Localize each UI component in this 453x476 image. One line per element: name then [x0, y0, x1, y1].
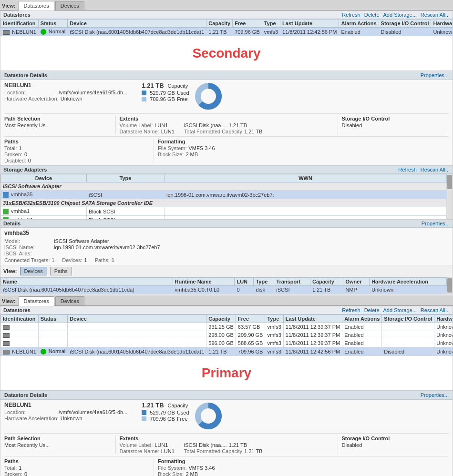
bt-row-hw: Unknown [370, 286, 447, 294]
table-row[interactable]: 298.00 GB 209.90 GB vmfs3 11/8/2011 12:3… [1, 331, 453, 339]
tab-datastores-secondary[interactable]: Datastores [19, 1, 54, 10]
secondary-view-devices-btn[interactable]: Devices [20, 267, 47, 275]
p-col-io: Storage I/O Control [382, 315, 434, 323]
disk-icon [3, 30, 10, 35]
p-row4-type: vmfs3 [265, 347, 283, 356]
p-row3-update: 11/8/2011 12:39:37 PM [283, 339, 342, 347]
disk-icon-p1 [3, 325, 10, 330]
p-vol-val: LUN1 [154, 442, 168, 448]
p-row2-alarm: Enabled [342, 331, 382, 339]
vmhba1-wwn [165, 207, 447, 216]
p-row2-id [1, 331, 39, 339]
p-row4-update: 11/8/2011 12:42:56 PM [283, 347, 342, 356]
col-alarm-actions: Alarm Actions [339, 20, 379, 28]
table-row[interactable]: NEBLUN1 Normal iSCSI Disk (naa.6001405fd… [1, 28, 453, 36]
sata-header-row: 31xESB/632xESB/3100 Chipset SATA Storage… [1, 199, 447, 207]
p-row2-status [38, 331, 68, 339]
p-ds-name-lbl: Datastore Name: [120, 448, 159, 454]
p-fs-lbl: File System: [158, 465, 187, 471]
secondary-details2-properties[interactable]: Properties... [422, 221, 450, 226]
row-type: vmfs3 [262, 28, 280, 36]
row-last-update: 11/8/2011 12:42:56 PM [280, 28, 339, 36]
disabled-val: 0 [28, 158, 31, 163]
p-row4-id: NEBLUN1 [1, 347, 39, 356]
bt-row-capacity: 1.21 TB [310, 286, 343, 294]
adapter-icon2 [3, 209, 9, 214]
vol-label-lbl: Volume Label: [120, 122, 153, 128]
used-label: Used [177, 90, 189, 96]
secondary-details-properties[interactable]: Properties... [421, 72, 449, 78]
p-row2-io [382, 331, 434, 339]
paths2-val: 1 [112, 257, 114, 263]
secondary-add-storage-btn[interactable]: Add Storage... [383, 12, 417, 18]
p-row3-alarm: Enabled [342, 339, 382, 347]
broken-val: 0 [24, 152, 27, 157]
p-row4-hw: Unknown [434, 347, 453, 356]
p-col-status: Status [38, 315, 68, 323]
adapter-row-vmhba1[interactable]: vmhba1 Block SCSI [1, 207, 447, 216]
storage-io-value: Disabled [342, 122, 449, 128]
secondary-delete-btn[interactable]: Delete [364, 12, 380, 18]
p-row3-id [1, 339, 39, 347]
p-hw-lbl: Hardware Acceleration: [4, 415, 59, 421]
secondary-rescan-btn[interactable]: Rescan All... [421, 12, 450, 18]
vmhba1-type: Block SCSI [86, 207, 164, 216]
primary-details-properties[interactable]: Properties... [421, 392, 449, 398]
bottom-scrollbar[interactable] [447, 277, 453, 294]
used-dot [142, 91, 146, 95]
paths2-lbl: Paths: [95, 257, 110, 263]
p-path-sel-title: Path Selection [4, 435, 112, 441]
vmhba35-type: iSCSI [86, 191, 164, 199]
p-broken-val: 0 [24, 471, 27, 476]
primary-refresh-btn[interactable]: Refresh [342, 307, 360, 313]
secondary-adapters-rescan[interactable]: Rescan All... [421, 167, 450, 172]
scroll-thumb [447, 175, 452, 189]
secondary-view-paths-btn[interactable]: Paths [50, 267, 72, 275]
conn-targets-lbl: Connected Targets: [4, 257, 50, 263]
adapter-row-vmhba35[interactable]: vmhba35 iSCSI iqn.1998-01.com.vmware:itv… [1, 191, 447, 199]
table-row[interactable]: 596.00 GB 588.65 GB vmfs3 11/8/2011 12:3… [1, 339, 453, 347]
p-row2-update: 11/8/2011 12:39:37 PM [283, 331, 342, 339]
vmhba34-name: vmhba34 [1, 216, 87, 219]
path-selection-title: Path Selection [4, 116, 112, 122]
iscsi-name-lbl: iSCSI Name: [4, 244, 52, 250]
capacity-value: 1.21 TB [142, 82, 164, 89]
free-value: 709.96 GB [150, 96, 175, 102]
adapter-scrollbar[interactable] [447, 174, 453, 219]
p-paths-title: Paths [4, 458, 150, 464]
tab-datastores-primary[interactable]: Datastores [19, 296, 54, 306]
primary-delete-btn[interactable]: Delete [364, 307, 380, 313]
primary-add-storage-btn[interactable]: Add Storage... [383, 307, 417, 313]
vmhba34-type: Block SCSI [86, 216, 164, 219]
table-row[interactable]: 931.25 GB 63.57 GB vmfs3 11/8/2011 12:39… [1, 323, 453, 331]
col-device: Device [68, 20, 206, 28]
table-row[interactable]: NEBLUN1 Normal iSCSI Disk (naa.6001405fd… [1, 347, 453, 356]
secondary-details2-title: Details [3, 221, 21, 226]
vmhba1-name: vmhba1 [1, 207, 87, 216]
p-row3-type: vmfs3 [265, 339, 283, 347]
p-row4-alarm: Enabled [342, 347, 382, 356]
p-row1-update: 11/8/2011 12:39:37 PM [283, 323, 342, 331]
disk-icon-p4 [3, 350, 10, 354]
tab-devices-primary[interactable]: Devices [55, 296, 84, 305]
p-used-val: 529.79 GB [150, 410, 175, 415]
p-row3-free: 588.65 GB [236, 339, 265, 347]
p-total-fmt-val: 1.21 TB [244, 448, 262, 454]
p-row4-cap: 1.21 TB [206, 347, 236, 356]
primary-details-title: Datastore Details [4, 392, 47, 398]
secondary-ds-name: NEBLUN1 [4, 82, 127, 89]
row-alarm: Enabled [339, 28, 379, 36]
tab-devices-secondary[interactable]: Devices [55, 1, 84, 10]
p-location-val: /vmfs/volumes/4ea616f5-db... [59, 409, 127, 415]
adapter-row-vmhba34[interactable]: vmhba34 Block SCSI [1, 216, 447, 219]
table-row[interactable]: iSCSI Disk (naa.6001405fdb6b407dce8ad3de… [1, 286, 447, 294]
primary-rescan-btn[interactable]: Rescan All... [421, 307, 450, 313]
secondary-adapters-refresh[interactable]: Refresh [398, 167, 417, 172]
iscsi-alias-lbl: iSCSI Alias: [4, 251, 52, 256]
adapter-col-device: Device [1, 174, 87, 182]
secondary-label: Secondary [0, 36, 453, 71]
p-used-lbl: Used [177, 410, 189, 415]
p-row2-hw: Unknown [434, 331, 453, 339]
p-block-val: 2 MB [185, 471, 198, 476]
secondary-refresh-btn[interactable]: Refresh [342, 12, 360, 18]
